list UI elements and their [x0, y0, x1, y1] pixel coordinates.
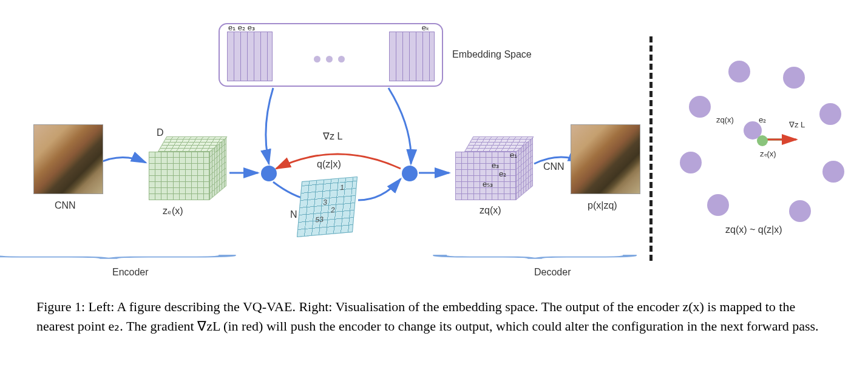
e53-cube: e₅₃	[483, 180, 493, 189]
embedding-dot	[689, 96, 711, 118]
e3-cube: e₃	[492, 161, 499, 170]
divider	[649, 36, 653, 261]
grad-right-label: ∇z L	[789, 120, 805, 129]
sample-label: zq(x) ~ q(z|x)	[725, 224, 782, 235]
ellipsis-dot	[314, 56, 320, 62]
encoder-label: Encoder	[112, 267, 149, 278]
zq-right-label: zq(x)	[716, 115, 734, 124]
figure-caption: Figure 1: Left: A figure describing the …	[0, 285, 868, 342]
cnn-label-decoder: CNN	[543, 161, 565, 172]
embedding-dot	[680, 152, 702, 173]
grid-cell: 2	[328, 206, 337, 215]
codebook-last: eₖ	[422, 23, 430, 32]
cnn-label-encoder: CNN	[55, 200, 76, 211]
codebook-block-right	[389, 32, 435, 81]
zq-label: zq(x)	[480, 205, 501, 216]
decoder-brace: }	[427, 255, 677, 260]
blue-dot-right	[402, 166, 418, 181]
embedding-dot	[783, 67, 805, 89]
vqvae-diagram: CNN D zₑ(x) e₁ e₂ e₃ eₖ Embedding Space …	[0, 0, 868, 285]
indices-grid: 1 3 2 53	[297, 177, 358, 237]
encoder-brace: }	[0, 255, 287, 260]
e2-cube: e₂	[499, 169, 506, 178]
codebook-block-left	[227, 32, 273, 81]
ellipsis-dot	[326, 56, 333, 62]
embedding-dot	[728, 61, 750, 82]
ze-right-label: zₑ(x)	[760, 149, 776, 158]
qzx-label: q(z|x)	[317, 159, 341, 170]
grid-cell: 1	[337, 183, 347, 192]
e1-cube: e₁	[510, 150, 517, 160]
grad-label: ∇z L	[323, 130, 342, 142]
blue-dot-left	[261, 166, 277, 181]
e2-right-label: e₂	[759, 115, 766, 124]
ze-label: zₑ(x)	[163, 205, 183, 217]
output-image	[571, 124, 640, 194]
embedding-dot	[789, 200, 811, 222]
n-dim-label: N	[290, 209, 297, 220]
embedding-dot	[819, 103, 841, 125]
grid-cell: 3	[320, 198, 330, 207]
d-label: D	[157, 127, 164, 138]
embedding-dot	[707, 194, 729, 216]
ze-dot	[757, 135, 768, 146]
codebook-indices: e₁ e₂ e₃	[228, 23, 255, 32]
px-label: p(x|zq)	[588, 200, 617, 211]
embedding-codebook: e₁ e₂ e₃ eₖ	[219, 23, 443, 87]
input-image	[33, 124, 103, 194]
ellipsis-dot	[338, 56, 345, 62]
encoder-cube	[149, 136, 228, 200]
embedding-space-label: Embedding Space	[452, 49, 532, 60]
grid-cell: 53	[313, 215, 326, 224]
decoder-label: Decoder	[534, 267, 571, 278]
embedding-dot	[822, 161, 844, 183]
